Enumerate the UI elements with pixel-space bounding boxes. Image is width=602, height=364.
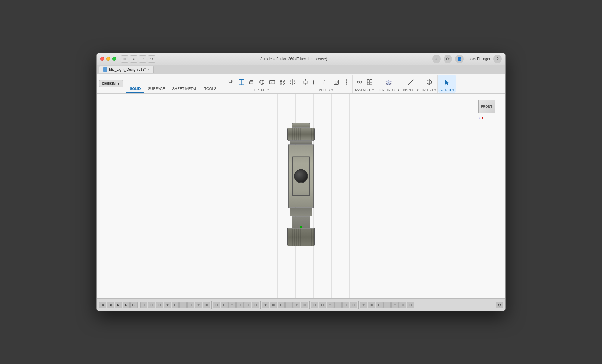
step-forward-button[interactable]: ▶ [123,302,130,308]
skip-start-button[interactable]: ⏮ [99,302,106,308]
rigid-group-button[interactable] [365,77,374,87]
create-label: CREATE ▼ [254,88,269,93]
pattern-button[interactable] [278,77,287,87]
skip-end-button[interactable]: ⏭ [130,302,138,308]
apps-button[interactable]: ⊞ [121,55,128,63]
menu-button[interactable]: ≡ [130,55,137,63]
tab-sheet-metal[interactable]: SHEET METAL [169,85,200,93]
timeline-btn-11[interactable]: ⊟ [221,302,228,308]
assemble-label: ASSEMBLE ▼ [355,88,374,93]
measure-button[interactable] [406,77,416,87]
hole-button[interactable] [267,77,277,87]
new-component-button[interactable] [226,77,236,87]
move-button[interactable] [342,77,351,87]
mic-bottom-knurled [287,228,315,246]
viewcube-face[interactable]: FRONT [478,100,495,113]
create-sketch-button[interactable] [237,77,246,87]
redo-button[interactable]: ↪ [148,55,155,63]
timeline-btn-14[interactable]: ⊡ [244,302,251,308]
fillet-button[interactable] [311,77,321,87]
tab-close-button[interactable]: × [148,68,150,71]
account-button[interactable]: 👤 [455,55,464,63]
refresh-button[interactable]: ⟳ [444,55,452,63]
timeline-btn-31[interactable]: ⊟ [383,302,391,308]
assemble-icons [355,75,374,88]
play-button[interactable]: ▶ [115,302,122,308]
svg-rect-23 [335,81,337,83]
svg-rect-22 [334,80,339,85]
timeline-btn-29[interactable]: ⊞ [368,302,375,308]
timeline-btn-20[interactable]: ✛ [293,302,300,308]
mirror-button[interactable] [288,77,297,87]
tab-surface[interactable]: SURFACE [144,85,169,93]
timeline-btn-17[interactable]: ⊞ [270,302,277,308]
modify-arrow-icon: ▼ [331,89,333,91]
timeline-btn-32[interactable]: ✛ [391,302,399,308]
viewcube[interactable]: FRONT Z X [478,100,499,121]
timeline-btn-6[interactable]: ⊟ [179,302,187,308]
timeline-btn-10[interactable]: ⊡ [213,302,220,308]
timeline-btn-27[interactable]: ⊟ [350,302,357,308]
design-label: DESIGN [102,82,116,86]
insert-icons [424,75,434,88]
timeline-btn-26[interactable]: ⊡ [342,302,349,308]
timeline-btn-7[interactable]: ⊡ [187,302,194,308]
tab-title: Mic_Light_Design v12* [109,67,146,72]
document-tab[interactable]: Mic_Light_Design v12* × [99,66,154,73]
mode-tabs: SOLID SURFACE SHEET METAL TOOLS [126,75,220,93]
timeline-btn-4[interactable]: ✛ [164,302,171,308]
3d-model[interactable] [283,123,319,249]
timeline-btn-12[interactable]: ✛ [228,302,236,308]
timeline-btn-28[interactable]: ✛ [360,302,367,308]
svg-point-7 [260,80,264,85]
mic-body [288,144,314,208]
help-button[interactable]: ? [493,55,502,63]
undo-button[interactable]: ↩ [139,55,146,63]
timeline-btn-9[interactable]: ⊞ [203,302,210,308]
timeline-btn-13[interactable]: ⊞ [236,302,244,308]
extrude-button[interactable] [247,77,256,87]
timeline-btn-23[interactable]: ⊟ [319,302,326,308]
minimize-button[interactable] [106,57,110,61]
select-button[interactable] [442,77,452,87]
timeline-btn-18[interactable]: ⊡ [278,302,285,308]
maximize-button[interactable] [112,57,116,61]
settings-button[interactable]: ⚙ [496,302,503,308]
timeline-btn-15[interactable]: ⊟ [252,302,259,308]
timeline-btn-2[interactable]: ⊡ [148,302,155,308]
offset-plane-button[interactable] [384,77,393,87]
window-title: Autodesk Fusion 360 (Education License) [155,57,432,61]
inspect-label: INSPECT ▼ [403,88,419,93]
toolbar-inspect-section: INSPECT ▼ [402,75,420,93]
origin-point [300,226,302,228]
add-tab-button[interactable]: + [432,55,441,63]
insert-label: INSERT ▼ [422,88,436,93]
timeline-btn-33[interactable]: ⊞ [399,302,406,308]
timeline-btn-5[interactable]: ⊞ [172,302,179,308]
timeline-btn-3[interactable]: ⊟ [156,302,163,308]
timeline-btn-22[interactable]: ⊡ [311,302,318,308]
timeline-btn-24[interactable]: ✛ [327,302,334,308]
timeline-btn-1[interactable]: ⊞ [140,302,147,308]
timeline-btn-8[interactable]: ✛ [195,302,202,308]
chamfer-button[interactable] [321,77,331,87]
insert-mesh-button[interactable] [424,77,434,87]
joint-button[interactable] [355,77,364,87]
close-button[interactable] [100,57,104,61]
svg-rect-34 [370,82,372,85]
tab-solid[interactable]: SOLID [126,85,144,93]
timeline-btn-30[interactable]: ⊡ [376,302,383,308]
press-pull-button[interactable] [301,77,310,87]
design-dropdown-button[interactable]: DESIGN ▼ [99,80,123,87]
shell-button[interactable] [331,77,341,87]
timeline-btn-34[interactable]: ⊡ [407,302,414,308]
tab-tools[interactable]: TOOLS [201,85,220,93]
timeline-btn-25[interactable]: ⊞ [334,302,342,308]
timeline-btn-21[interactable]: ⊞ [301,302,308,308]
title-right-controls: + ⟳ 👤 Lucas Ehlinger ? [432,55,502,63]
canvas-area[interactable]: FRONT Z X [97,94,505,298]
revolve-button[interactable] [257,77,267,87]
timeline-btn-19[interactable]: ⊟ [285,302,293,308]
timeline-btn-16[interactable]: ✛ [262,302,269,308]
step-back-button[interactable]: ◀ [107,302,114,308]
